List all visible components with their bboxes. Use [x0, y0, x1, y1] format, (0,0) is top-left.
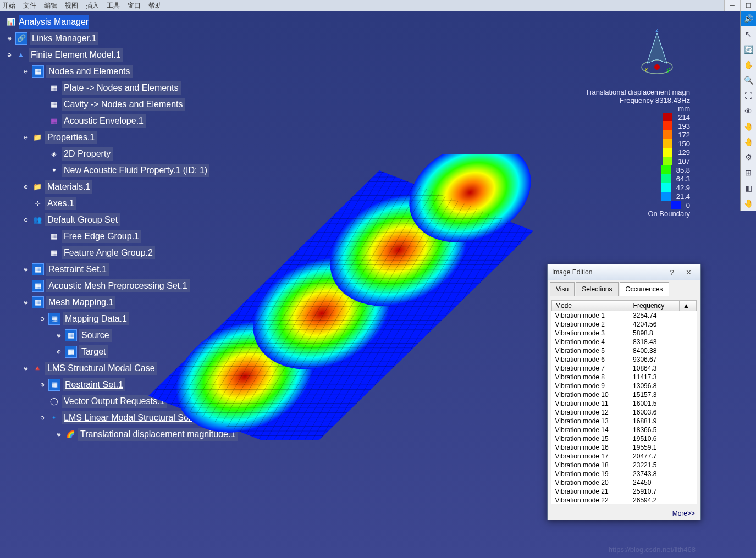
mesh-visualization[interactable]	[143, 154, 539, 440]
legend-value: 21.4	[676, 192, 690, 201]
legend-swatch	[663, 139, 672, 148]
tree-plate-ne[interactable]: ▦Plate -> Nodes and Elements	[5, 80, 238, 96]
help-button[interactable]: ?	[664, 267, 680, 277]
table-row[interactable]: Vibration mode 69306.67	[552, 355, 697, 364]
view-icon[interactable]: 👁	[741, 103, 756, 119]
table-row[interactable]: Vibration mode 710864.3	[552, 364, 697, 373]
zoom-icon[interactable]: 🔍	[741, 73, 756, 88]
tree-acoustic-env[interactable]: ▦Acoustic Envelope.1	[5, 113, 238, 129]
mode-cell: Vibration mode 22	[552, 496, 630, 504]
table-row[interactable]: Vibration mode 1923743.8	[552, 469, 697, 478]
legend-row: 64.3	[586, 174, 690, 183]
expand-icon[interactable]: ⊕	[22, 183, 30, 191]
freq-cell: 9306.67	[630, 355, 679, 364]
table-row[interactable]: Vibration mode 1519510.6	[552, 434, 697, 443]
freq-cell: 23743.8	[630, 469, 679, 478]
table-row[interactable]: Vibration mode 2226594.2	[552, 496, 697, 504]
table-row[interactable]: Vibration mode 48318.43	[552, 338, 697, 346]
tab-occurrences[interactable]: Occurrences	[620, 282, 669, 296]
expand-icon[interactable]: ⊕	[55, 430, 63, 438]
menu-工具[interactable]: 工具	[107, 1, 120, 10]
tab-visu[interactable]: Visu	[550, 282, 575, 296]
tool-icon[interactable]: ⚙	[741, 150, 756, 165]
tool2-icon[interactable]: ⊞	[741, 165, 756, 180]
legend-value: 150	[678, 140, 690, 148]
tool4-icon[interactable]: 🤚	[741, 196, 756, 211]
collapse-icon[interactable]: ⊖	[38, 315, 46, 323]
table-row[interactable]: Vibration mode 1216003.6	[552, 408, 697, 417]
table-row[interactable]: Vibration mode 1116001.5	[552, 399, 697, 408]
collapse-icon[interactable]: ⊖	[5, 51, 13, 59]
mode-table[interactable]: Mode Frequency ▲ Vibration mode 13254.74…	[551, 300, 697, 504]
compass-widget[interactable]: xyz	[635, 27, 679, 77]
freq-cell: 16003.6	[630, 408, 679, 417]
pointer-icon[interactable]: ↖	[741, 26, 756, 42]
legend-row: 214	[586, 113, 690, 121]
dialog-titlebar[interactable]: Image Edition ?✕	[548, 264, 700, 280]
expand-icon[interactable]: ⊕	[5, 35, 13, 42]
sound-icon[interactable]: 🔊	[741, 11, 756, 26]
menu-视图[interactable]: 视图	[65, 1, 78, 10]
table-row[interactable]: Vibration mode 13254.74	[552, 311, 697, 321]
mode-cell: Vibration mode 15	[552, 434, 630, 443]
pan-icon[interactable]: ✋	[741, 57, 756, 73]
col-frequency[interactable]: Frequency	[630, 301, 679, 311]
freq-cell: 24450	[630, 478, 679, 487]
menu-开始[interactable]: 开始	[2, 1, 15, 10]
collapse-icon[interactable]: ⊖	[22, 68, 30, 75]
table-row[interactable]: Vibration mode 913096.8	[552, 382, 697, 390]
menu-文件[interactable]: 文件	[23, 1, 36, 10]
collapse-icon[interactable]: ⊖	[22, 299, 30, 306]
tree-analysis-manager[interactable]: 📊Analysis Manager	[5, 14, 238, 30]
mode-cell: Vibration mode 9	[552, 382, 630, 390]
expand-icon[interactable]: ⊕	[38, 381, 46, 389]
rotate-icon[interactable]: 🔄	[741, 42, 756, 57]
maximize-button[interactable]: ☐	[740, 0, 756, 11]
collapse-icon[interactable]: ⊖	[22, 134, 30, 141]
minimize-button[interactable]: ─	[724, 0, 740, 11]
fit-icon[interactable]: ⛶	[741, 88, 756, 103]
menu-帮助[interactable]: 帮助	[148, 1, 162, 10]
menu-窗口[interactable]: 窗口	[128, 1, 141, 10]
table-row[interactable]: Vibration mode 1619559.1	[552, 443, 697, 452]
table-row[interactable]: Vibration mode 24204.56	[552, 320, 697, 329]
mode-cell: Vibration mode 14	[552, 426, 630, 434]
mode-cell: Vibration mode 13	[552, 417, 630, 426]
table-row[interactable]: Vibration mode 58400.38	[552, 346, 697, 355]
legend-value: 107	[678, 157, 690, 165]
tree-fem[interactable]: ⊖▲Finite Element Model.1	[5, 47, 238, 63]
collapse-icon[interactable]: ⊖	[38, 414, 46, 422]
tool3-icon[interactable]: ◧	[741, 180, 756, 196]
legend-footer: On Boundary	[586, 209, 690, 218]
collapse-icon[interactable]: ⊖	[22, 216, 30, 224]
table-row[interactable]: Vibration mode 2024450	[552, 478, 697, 487]
collapse-icon[interactable]: ⊖	[22, 364, 30, 372]
expand-icon[interactable]: ⊕	[55, 348, 63, 356]
expand-icon[interactable]: ⊕	[22, 266, 30, 273]
expand-icon[interactable]: ⊕	[55, 332, 63, 339]
menu-插入[interactable]: 插入	[86, 1, 99, 10]
freq-cell: 8400.38	[630, 346, 679, 355]
hand-icon[interactable]: 🤚	[741, 119, 756, 134]
table-row[interactable]: Vibration mode 35898.8	[552, 329, 697, 338]
tree-links-manager[interactable]: ⊕🔗Links Manager.1	[5, 30, 238, 47]
freq-cell: 11417.3	[630, 373, 679, 382]
table-row[interactable]: Vibration mode 1015157.3	[552, 390, 697, 399]
tree-properties[interactable]: ⊖📁Properties.1	[5, 129, 238, 146]
tab-selections[interactable]: Selections	[576, 282, 618, 296]
table-row[interactable]: Vibration mode 811417.3	[552, 373, 697, 382]
tree-nodes-elements[interactable]: ⊖▦Nodes and Elements	[5, 63, 238, 80]
col-mode[interactable]: Mode	[552, 301, 630, 311]
mode-cell: Vibration mode 5	[552, 346, 630, 355]
table-row[interactable]: Vibration mode 2125910.7	[552, 487, 697, 496]
more-button[interactable]: More>>	[548, 507, 700, 520]
menu-编辑[interactable]: 编辑	[44, 1, 57, 10]
table-row[interactable]: Vibration mode 1720477.7	[552, 452, 697, 461]
table-row[interactable]: Vibration mode 1418366.5	[552, 426, 697, 434]
tree-cavity-ne[interactable]: ▦Cavity -> Nodes and Elements	[5, 96, 238, 113]
mode-cell: Vibration mode 17	[552, 452, 630, 461]
close-button[interactable]: ✕	[681, 267, 696, 277]
table-row[interactable]: Vibration mode 1823221.5	[552, 461, 697, 469]
table-row[interactable]: Vibration mode 1316881.9	[552, 417, 697, 426]
hand2-icon[interactable]: 🤚	[741, 134, 756, 150]
